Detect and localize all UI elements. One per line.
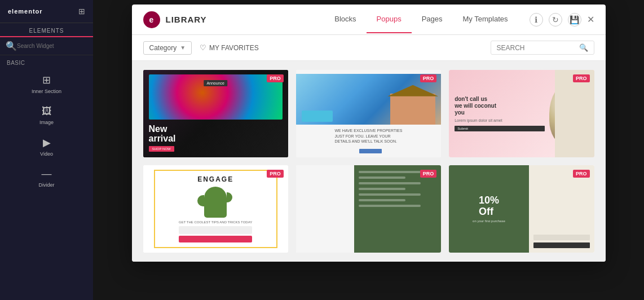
image-icon: 🖼 bbox=[42, 105, 52, 117]
template-thumb-4: ENGAGE GET THE COOLEST TIPS AND TRICKS T… bbox=[143, 165, 288, 253]
sidebar-item-inner-section[interactable]: ⊞ Inner Section bbox=[0, 68, 93, 100]
modal-title: LIBRARY bbox=[166, 15, 207, 24]
tab-pages[interactable]: Pages bbox=[412, 6, 453, 33]
app-logo: elementor bbox=[8, 8, 43, 15]
thumb-6-left: 10%Off on your first purchase bbox=[449, 165, 529, 253]
thumb-1-btn: SHOP NOW bbox=[149, 146, 174, 152]
thumb-5-line bbox=[359, 199, 405, 201]
search-icon: 🔍 bbox=[6, 41, 17, 51]
thumb-4-title: ENGAGE bbox=[197, 175, 233, 183]
pro-badge: PRO bbox=[573, 74, 590, 82]
main-area: e LIBRARY Blocks Popups Pages My Templat… bbox=[93, 0, 644, 300]
sidebar-item-divider[interactable]: — Divider bbox=[0, 162, 93, 193]
template-thumb-2: WE HAVE EXCLUSIVE PROPERTIESJUST FOR YOU… bbox=[296, 70, 441, 157]
thumb-1-text: Newarrival bbox=[149, 124, 176, 144]
pro-badge: PRO bbox=[573, 170, 590, 178]
modal-tabs: Blocks Popups Pages My Templates bbox=[324, 6, 518, 33]
pro-badge: PRO bbox=[420, 170, 437, 178]
refresh-icon[interactable]: ↻ bbox=[549, 13, 562, 27]
thumb-2-cta bbox=[359, 149, 382, 153]
template-search-input[interactable] bbox=[497, 44, 576, 52]
thumb-5-left bbox=[296, 165, 354, 253]
thumb-3-btn: Submit bbox=[455, 126, 544, 131]
search-icon: 🔍 bbox=[579, 43, 588, 52]
grid-icon[interactable]: ⊞ bbox=[78, 7, 85, 16]
thumb-3-sub: Lorem ipsum dolor sit amet bbox=[455, 118, 544, 122]
template-card-6[interactable]: PRO 10%Off on your first purchase bbox=[449, 165, 594, 253]
template-thumb-5 bbox=[296, 165, 441, 253]
thumb-6-sub: on your first purchase bbox=[473, 219, 505, 223]
thumb-5-right bbox=[354, 165, 441, 253]
thumb-3-map bbox=[555, 70, 594, 157]
thumb-5-line bbox=[359, 193, 421, 196]
heart-icon: ♡ bbox=[200, 43, 206, 52]
tab-blocks[interactable]: Blocks bbox=[324, 6, 366, 33]
template-card-5[interactable]: PRO bbox=[296, 165, 441, 253]
search-box[interactable]: 🔍 bbox=[491, 41, 594, 55]
modal-toolbar: Category ▼ ♡ MY FAVORITES 🔍 bbox=[132, 35, 606, 61]
divider-icon: — bbox=[42, 168, 52, 180]
thumb-3-text-area: don't call uswe will coconutyou Lorem ip… bbox=[455, 96, 544, 131]
sidebar: elementor ⊞ ELEMENTS 🔍 BASIC ⊞ Inner Sec… bbox=[0, 0, 93, 300]
sidebar-item-video[interactable]: ▶ Video bbox=[0, 131, 93, 162]
template-card-1[interactable]: PRO Announce Newarrival SHOP NOW bbox=[143, 70, 288, 157]
chevron-down-icon: ▼ bbox=[180, 45, 186, 51]
thumb-6-off: 10%Off bbox=[479, 195, 499, 218]
thumb-6-right bbox=[529, 165, 594, 253]
template-card-4[interactable]: PRO ENGAGE GET THE COOLEST TIPS AND TRIC… bbox=[143, 165, 288, 253]
template-thumb-1: Announce Newarrival SHOP NOW bbox=[143, 70, 288, 157]
my-favorites-button[interactable]: ♡ MY FAVORITES bbox=[200, 43, 259, 52]
thumb-5-line bbox=[359, 182, 421, 184]
template-card-3[interactable]: PRO don't call uswe will coconutyou Lore… bbox=[449, 70, 594, 157]
tab-popups[interactable]: Popups bbox=[367, 6, 412, 33]
inner-section-icon: ⊞ bbox=[42, 74, 51, 86]
category-label: Category bbox=[149, 44, 177, 52]
save-icon[interactable]: 💾 bbox=[568, 13, 581, 27]
modal-overlay: e LIBRARY Blocks Popups Pages My Templat… bbox=[93, 0, 644, 300]
sidebar-header: elementor ⊞ bbox=[0, 0, 93, 23]
sidebar-item-label: Video bbox=[40, 151, 53, 157]
thumb-4-sub: GET THE COOLEST TIPS AND TRICKS TODAY bbox=[179, 220, 252, 224]
thumb-4-cactus bbox=[204, 187, 227, 218]
sidebar-category-label: BASIC bbox=[0, 55, 93, 68]
category-dropdown[interactable]: Category ▼ bbox=[143, 41, 192, 55]
modal-logo: e bbox=[143, 11, 160, 28]
pro-badge: PRO bbox=[420, 74, 437, 82]
thumb-2-text: WE HAVE EXCLUSIVE PROPERTIESJUST FOR YOU… bbox=[330, 125, 407, 148]
tab-my-templates[interactable]: My Templates bbox=[453, 6, 518, 33]
thumb-4-form bbox=[179, 226, 252, 234]
modal-header-actions: ℹ ↻ 💾 ✕ bbox=[530, 13, 594, 27]
favorites-label: MY FAVORITES bbox=[209, 44, 259, 52]
library-modal: e LIBRARY Blocks Popups Pages My Templat… bbox=[132, 5, 606, 262]
thumb-5-line bbox=[359, 171, 421, 173]
modal-header: e LIBRARY Blocks Popups Pages My Templat… bbox=[132, 5, 606, 35]
sidebar-item-label: Inner Section bbox=[32, 89, 61, 94]
template-row-1: PRO Announce Newarrival SHOP NOW bbox=[143, 70, 594, 157]
template-thumb-3: don't call uswe will coconutyou Lorem ip… bbox=[449, 70, 594, 157]
pro-badge: PRO bbox=[267, 170, 284, 178]
thumb-1-announce: Announce bbox=[204, 80, 227, 86]
thumb-6-submit-btn bbox=[533, 242, 590, 248]
thumb-5-line bbox=[359, 205, 421, 207]
modal-content: PRO Announce Newarrival SHOP NOW bbox=[132, 61, 606, 262]
sidebar-search-bar[interactable]: 🔍 bbox=[0, 37, 93, 55]
pro-badge: PRO bbox=[267, 74, 284, 82]
thumb-5-line bbox=[359, 177, 405, 179]
template-card-2[interactable]: PRO WE HAVE EXCLUSIVE PROPERTIESJUST FOR… bbox=[296, 70, 441, 157]
close-icon[interactable]: ✕ bbox=[587, 14, 594, 25]
thumb-3-headline: don't call uswe will coconutyou bbox=[455, 96, 544, 116]
thumb-4-btn bbox=[179, 236, 252, 242]
sidebar-item-label: Divider bbox=[38, 182, 54, 188]
template-row-2: PRO ENGAGE GET THE COOLEST TIPS AND TRIC… bbox=[143, 165, 594, 253]
sidebar-item-image[interactable]: 🖼 Image bbox=[0, 100, 93, 131]
search-input[interactable] bbox=[17, 43, 87, 49]
sidebar-item-label: Image bbox=[39, 120, 54, 125]
sidebar-section-label: ELEMENTS bbox=[0, 23, 93, 37]
video-icon: ▶ bbox=[43, 136, 51, 149]
elementor-e-icon: e bbox=[149, 15, 154, 24]
info-icon[interactable]: ℹ bbox=[530, 13, 543, 27]
template-thumb-6: 10%Off on your first purchase bbox=[449, 165, 594, 253]
thumb-6-email-field bbox=[533, 235, 590, 240]
thumb-5-line bbox=[359, 188, 405, 190]
